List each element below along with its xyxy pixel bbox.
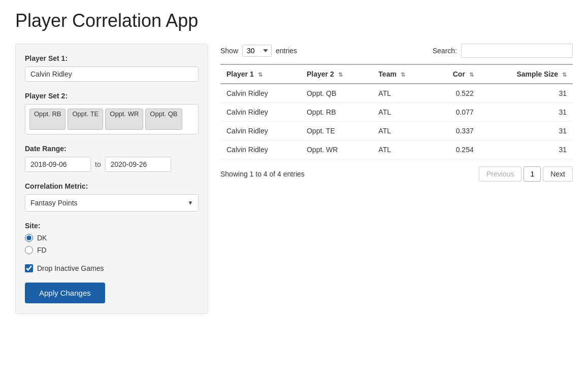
cell-team: ATL xyxy=(372,122,430,141)
search-label: Search: xyxy=(433,47,457,55)
col-player1[interactable]: Player 1 ⇅ xyxy=(220,64,301,84)
correlation-table: Player 1 ⇅ Player 2 ⇅ Team ⇅ Cor ⇅ Sampl… xyxy=(220,64,573,159)
left-panel: Player Set 1: Player Set 2: Oppt. RBOppt… xyxy=(15,44,208,314)
site-group: Site: DK FD xyxy=(25,222,199,254)
table-row: Calvin Ridley Oppt. RB ATL 0.077 31 xyxy=(220,103,573,122)
col-player2[interactable]: Player 2 ⇅ xyxy=(301,64,372,84)
cell-sample-size: 31 xyxy=(480,141,573,159)
player-set-2-label: Player Set 2: xyxy=(25,92,199,100)
correlation-metric-group: Correlation Metric: Fantasy Points Actua… xyxy=(25,182,199,212)
sort-team-icon: ⇅ xyxy=(401,72,405,78)
right-panel: Show 10 25 30 50 100 entries Search: xyxy=(220,44,573,182)
player-set-1-label: Player Set 1: xyxy=(25,54,199,62)
next-button[interactable]: Next xyxy=(543,166,573,182)
date-from-input[interactable] xyxy=(25,157,91,172)
previous-button[interactable]: Previous xyxy=(479,166,521,182)
cell-player1: Calvin Ridley xyxy=(220,141,301,159)
player-set-1-input[interactable] xyxy=(25,66,199,82)
showing-text: Showing 1 to 4 of 4 entries xyxy=(220,170,305,178)
table-row: Calvin Ridley Oppt. WR ATL 0.254 31 xyxy=(220,141,573,159)
site-label: Site: xyxy=(25,222,199,230)
site-fd-option[interactable]: FD xyxy=(25,246,199,254)
date-range-row: to xyxy=(25,157,199,172)
cell-sample-size: 31 xyxy=(480,103,573,122)
cell-player2: Oppt. RB xyxy=(301,103,372,122)
cell-player1: Calvin Ridley xyxy=(220,103,301,122)
app-title: Player Correlation App xyxy=(15,10,573,31)
table-controls-top: Show 10 25 30 50 100 entries Search: xyxy=(220,44,573,58)
sort-cor-icon: ⇅ xyxy=(469,72,474,78)
sort-player2-icon: ⇅ xyxy=(338,72,343,78)
col-sample-size[interactable]: Sample Size ⇅ xyxy=(480,64,573,84)
site-fd-label: FD xyxy=(37,246,47,254)
cell-cor: 0.522 xyxy=(431,84,480,103)
sort-sample-size-icon: ⇅ xyxy=(562,72,567,78)
cell-player2: Oppt. QB xyxy=(301,84,372,103)
cell-cor: 0.337 xyxy=(431,122,480,141)
pagination: Previous 1 Next xyxy=(479,166,573,182)
cell-team: ATL xyxy=(372,141,430,159)
correlation-metric-label: Correlation Metric: xyxy=(25,182,199,190)
tag: Oppt. QB xyxy=(145,109,182,130)
date-to-input[interactable] xyxy=(105,157,171,172)
apply-changes-button[interactable]: Apply Changes xyxy=(25,283,105,303)
site-dk-label: DK xyxy=(37,234,47,242)
drop-inactive-label[interactable]: Drop Inactive Games xyxy=(25,264,199,272)
cell-player2: Oppt. TE xyxy=(301,122,372,141)
show-label: Show xyxy=(220,47,238,55)
site-dk-radio[interactable] xyxy=(25,234,33,242)
site-fd-radio[interactable] xyxy=(25,246,33,254)
entries-label: entries xyxy=(276,47,297,55)
table-footer: Showing 1 to 4 of 4 entries Previous 1 N… xyxy=(220,166,573,182)
correlation-metric-select-wrapper: Fantasy Points Actual Points DK Points ▼ xyxy=(25,194,199,212)
page-1-button[interactable]: 1 xyxy=(524,166,541,182)
player-set-1-group: Player Set 1: xyxy=(25,54,199,82)
table-header-row: Player 1 ⇅ Player 2 ⇅ Team ⇅ Cor ⇅ Sampl… xyxy=(220,64,573,84)
cell-player1: Calvin Ridley xyxy=(220,122,301,141)
tag: Oppt. RB xyxy=(29,109,66,130)
tag: Oppt. TE xyxy=(68,109,103,130)
cell-sample-size: 31 xyxy=(480,84,573,103)
drop-inactive-checkbox[interactable] xyxy=(25,264,33,272)
entries-per-page-select[interactable]: 10 25 30 50 100 xyxy=(242,45,272,57)
cell-player2: Oppt. WR xyxy=(301,141,372,159)
col-cor[interactable]: Cor ⇅ xyxy=(431,64,480,84)
player-set-2-group: Player Set 2: Oppt. RBOppt. TEOppt. WROp… xyxy=(25,92,199,134)
search-input[interactable] xyxy=(461,44,573,58)
sort-player1-icon: ⇅ xyxy=(258,72,263,78)
cell-sample-size: 31 xyxy=(480,122,573,141)
site-radio-group: DK FD xyxy=(25,234,199,254)
show-entries-control: Show 10 25 30 50 100 entries xyxy=(220,45,297,57)
cell-cor: 0.254 xyxy=(431,141,480,159)
col-team[interactable]: Team ⇅ xyxy=(372,64,430,84)
cell-cor: 0.077 xyxy=(431,103,480,122)
date-separator: to xyxy=(95,160,101,168)
cell-team: ATL xyxy=(372,103,430,122)
table-row: Calvin Ridley Oppt. TE ATL 0.337 31 xyxy=(220,122,573,141)
cell-team: ATL xyxy=(372,84,430,103)
site-dk-option[interactable]: DK xyxy=(25,234,199,242)
drop-inactive-text: Drop Inactive Games xyxy=(37,264,104,272)
table-row: Calvin Ridley Oppt. QB ATL 0.522 31 xyxy=(220,84,573,103)
player-set-2-tags[interactable]: Oppt. RBOppt. TEOppt. WROppt. QB xyxy=(25,104,199,134)
date-range-label: Date Range: xyxy=(25,145,199,153)
date-range-group: Date Range: to xyxy=(25,145,199,172)
search-box: Search: xyxy=(433,44,573,58)
cell-player1: Calvin Ridley xyxy=(220,84,301,103)
tag: Oppt. WR xyxy=(105,109,143,130)
correlation-metric-select[interactable]: Fantasy Points Actual Points DK Points xyxy=(25,194,199,212)
